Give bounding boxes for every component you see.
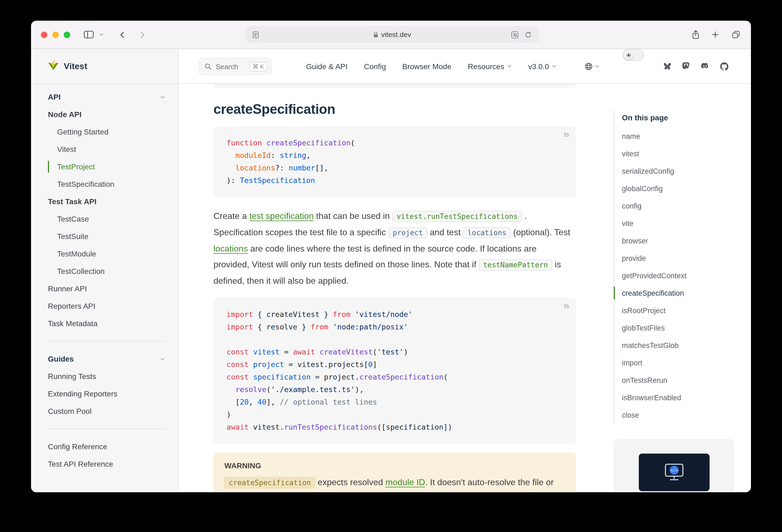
toc-item-browser[interactable]: browser [622, 232, 734, 249]
reload-button[interactable] [525, 31, 532, 38]
vitest-logo-icon [48, 60, 59, 73]
minimize-window-button[interactable] [52, 32, 59, 38]
sidebar-item-label: Custom Pool [48, 407, 92, 416]
language-icon [584, 62, 593, 71]
lock-icon [373, 31, 379, 38]
discord-link[interactable] [700, 62, 710, 71]
github-link[interactable] [719, 61, 729, 71]
nav-link-guide-api[interactable]: Guide & API [306, 62, 348, 71]
chevron-down-icon [595, 64, 600, 69]
toc-item-createspecification[interactable]: createSpecification [622, 284, 734, 302]
tab-group-chevron-button[interactable] [98, 29, 105, 41]
sidebar-item-testmodule[interactable]: TestModule [48, 245, 165, 262]
inline-code-link[interactable]: testNamePattern [479, 259, 552, 271]
code-token: , [306, 151, 311, 159]
toc-item-getprovidedcontext[interactable]: getProvidedContext [622, 267, 734, 284]
code-token [249, 360, 253, 369]
toc-item-provide[interactable]: provide [622, 249, 734, 267]
sidebar-item-task-metadata[interactable]: Task Metadata [48, 315, 165, 332]
mastodon-icon [681, 62, 690, 71]
sidebar-item-testsuite[interactable]: TestSuite [48, 227, 165, 245]
search-button[interactable]: Search ⌘ K [198, 58, 272, 75]
sidebar-item-node-api[interactable]: Node API [48, 106, 165, 123]
sidebar-item-label: Running Tests [48, 372, 96, 381]
nav-link-v3-0-0[interactable]: v3.0.0 [528, 62, 557, 71]
sidebar-item-testcase[interactable]: TestCase [48, 210, 165, 227]
sidebar-item-testproject[interactable]: TestProject [48, 158, 165, 175]
text-link[interactable]: locations [213, 244, 248, 253]
address-bar[interactable]: vitest.dev [246, 26, 539, 43]
code-token: const [226, 347, 249, 356]
nav-link-browser-mode[interactable]: Browser Mode [402, 62, 452, 71]
code-line: import { resolve } from 'node:path/posix… [226, 321, 563, 333]
code-token: ([specification]) [377, 423, 452, 431]
toc-item-isrootproject[interactable]: isRootProject [622, 302, 734, 319]
toc-item-ontestsrerun[interactable]: onTestsRerun [622, 371, 734, 389]
translate-button[interactable] [511, 31, 519, 39]
tab-overview-button[interactable] [730, 29, 742, 41]
social-links [663, 49, 729, 83]
sidebar-item-config-reference[interactable]: Config Reference [48, 438, 165, 455]
sidebar-item-running-tests[interactable]: Running Tests [48, 367, 165, 385]
sidebar-toggle-button[interactable] [83, 29, 95, 41]
sidebar-item-extending-reporters[interactable]: Extending Reporters [48, 385, 165, 402]
code-token: [ [226, 397, 240, 406]
forward-button[interactable] [136, 29, 148, 41]
close-window-button[interactable] [41, 32, 47, 38]
nav-link-config[interactable]: Config [364, 62, 386, 71]
toc-item-globalconfig[interactable]: globalConfig [622, 180, 734, 197]
bluesky-link[interactable] [663, 62, 672, 71]
sidebar-item-test-api-reference[interactable]: Test API Reference [48, 455, 165, 473]
text-link[interactable]: test specification [249, 211, 314, 220]
toc-item-close[interactable]: close [622, 406, 734, 424]
toc-item-globtestfiles[interactable]: globTestFiles [622, 319, 734, 336]
sidebar-item-guides[interactable]: Guides [48, 350, 165, 367]
chevron-down-icon [160, 95, 165, 99]
theme-toggle[interactable] [623, 49, 644, 61]
nav-link-resources[interactable]: Resources [468, 62, 512, 71]
mastodon-link[interactable] [681, 62, 690, 71]
nav-link-label: v3.0.0 [528, 62, 549, 71]
code-token: TestSpecification [240, 176, 315, 185]
language-menu-button[interactable] [584, 62, 600, 71]
url-text: vitest.dev [381, 31, 411, 39]
sidebar-item-api[interactable]: API [48, 88, 165, 106]
zoom-window-button[interactable] [64, 32, 70, 38]
toc-item-import[interactable]: import [622, 354, 734, 371]
toc-item-isbrowserenabled[interactable]: isBrowserEnabled [622, 389, 734, 406]
sidebar-item-reporters-api[interactable]: Reporters API [48, 297, 165, 315]
code-token: project [253, 360, 284, 369]
toc-item-serializedconfig[interactable]: serializedConfig [622, 162, 734, 180]
toc-item-name[interactable]: name [622, 128, 734, 145]
sidebar-item-getting-started[interactable]: Getting Started [48, 123, 165, 141]
code-token: ( [266, 385, 271, 394]
code-token: 'node:path/posix' [333, 322, 408, 331]
text-link[interactable]: module ID [386, 477, 425, 487]
vitest-logo[interactable]: Vitest [31, 49, 179, 83]
sidebar-item-vitest[interactable]: Vitest [48, 141, 165, 158]
code-block-example: ts import { createVitest } from 'vitest/… [213, 298, 576, 444]
toc-item-vite[interactable]: vite [622, 215, 734, 232]
inline-code-link[interactable]: vitest.runTestSpecifications [392, 211, 522, 222]
sidebar-item-testcollection[interactable]: TestCollection [48, 262, 165, 280]
back-button[interactable] [116, 29, 129, 41]
code-token: locations [236, 163, 275, 172]
toc-item-vitest[interactable]: vitest [622, 145, 734, 162]
sidebar-item-label: Test Task API [48, 197, 96, 206]
toc-item-matchestestglob[interactable]: matchesTestGlob [622, 336, 734, 354]
toc-item-config[interactable]: config [622, 197, 734, 215]
new-tab-button[interactable] [709, 29, 721, 41]
code-token: createSpecification [359, 373, 443, 381]
code-token: { createVitest } [253, 310, 333, 319]
code-line: ): TestSpecification [226, 174, 563, 187]
sidebar-item-test-task-api[interactable]: Test Task API [48, 193, 165, 210]
code-token: = vitest.projects[ [284, 360, 368, 369]
sponsor-card[interactable]: </> [614, 439, 734, 492]
sidebar-item-testspecification[interactable]: TestSpecification [48, 175, 165, 193]
sidebar-item-runner-api[interactable]: Runner API [48, 280, 165, 297]
code-token: resolve [236, 385, 266, 394]
sidebar-item-label: Getting Started [57, 128, 108, 136]
share-button[interactable] [689, 29, 701, 41]
reader-page-icon[interactable] [252, 31, 260, 39]
sidebar-item-custom-pool[interactable]: Custom Pool [48, 402, 165, 420]
